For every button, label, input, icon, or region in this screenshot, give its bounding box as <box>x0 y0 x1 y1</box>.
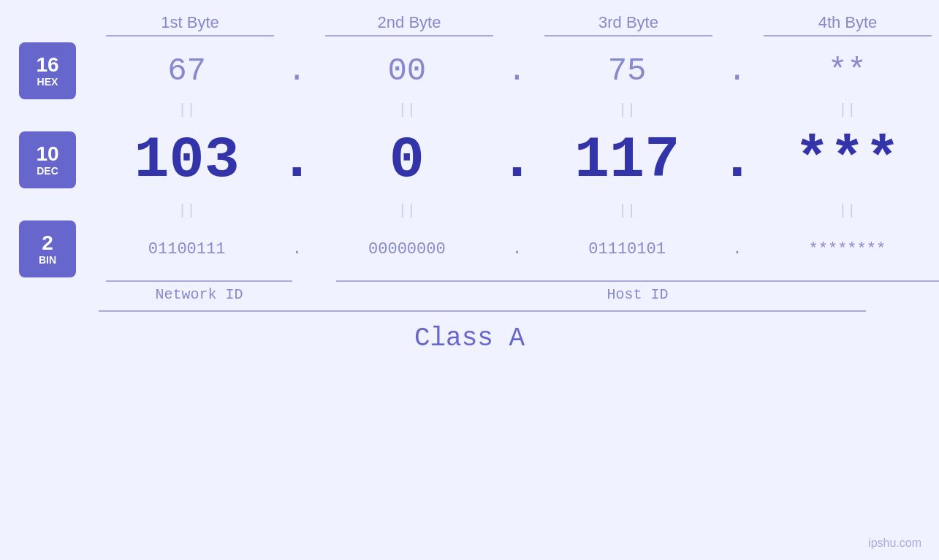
network-id-label: Network ID <box>99 286 300 303</box>
dec-b1: 103 <box>134 127 240 193</box>
eq2-b1: || <box>95 202 278 219</box>
byte2-header: 2nd Byte <box>318 13 501 32</box>
hex-badge: 16 HEX <box>19 42 76 99</box>
eq1-b3: || <box>536 101 719 118</box>
main-container: 1st Byte 2nd Byte 3rd Byte 4th Byte 16 H… <box>0 0 939 560</box>
eq2-b2: || <box>315 202 498 219</box>
dec-b4: *** <box>794 127 900 193</box>
full-bottom-bracket <box>99 310 866 312</box>
hex-b1: 67 <box>167 53 206 89</box>
hex-b2: 00 <box>387 53 426 89</box>
eq1-b1: || <box>95 101 278 118</box>
class-label: Class A <box>50 323 890 353</box>
byte4-header: 4th Byte <box>756 13 939 32</box>
byte3-header: 3rd Byte <box>537 13 720 32</box>
bracket-top-4 <box>764 35 932 37</box>
bracket-top-2 <box>325 35 493 37</box>
net-bracket-bottom <box>106 280 292 282</box>
eq2-b4: || <box>756 202 939 219</box>
host-bracket-bottom <box>336 280 939 282</box>
hex-dot-2: . <box>507 53 526 89</box>
bin-b4: ******** <box>809 240 886 258</box>
bin-b1: 01100111 <box>148 240 226 258</box>
bin-dot-3: . <box>732 240 742 258</box>
hex-b3: 75 <box>608 53 647 89</box>
bin-b3: 01110101 <box>588 240 666 258</box>
bin-dot-1: . <box>292 240 302 258</box>
dec-b2: 0 <box>389 127 425 193</box>
bracket-top-3 <box>544 35 712 37</box>
dec-dot-1: . <box>279 127 314 193</box>
dec-dot-2: . <box>499 127 534 193</box>
dec-dot-3: . <box>720 127 755 193</box>
hex-dot-3: . <box>728 53 747 89</box>
dec-badge: 10 DEC <box>19 131 76 188</box>
bin-dot-2: . <box>512 240 522 258</box>
byte1-header: 1st Byte <box>99 13 281 32</box>
eq1-b4: || <box>756 101 939 118</box>
bin-b2: 00000000 <box>368 240 446 258</box>
watermark: ipshu.com <box>868 537 921 550</box>
eq1-b2: || <box>315 101 498 118</box>
bracket-top-1 <box>106 35 274 37</box>
hex-dot-1: . <box>287 53 306 89</box>
hex-b4: ** <box>828 53 867 89</box>
host-id-label: Host ID <box>336 286 939 303</box>
eq2-b3: || <box>536 202 719 219</box>
bin-badge: 2 BIN <box>19 220 76 277</box>
dec-b3: 117 <box>574 127 680 193</box>
